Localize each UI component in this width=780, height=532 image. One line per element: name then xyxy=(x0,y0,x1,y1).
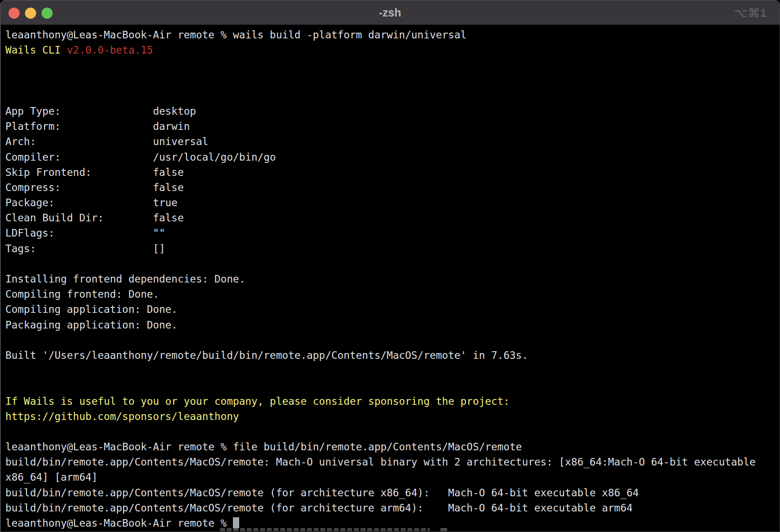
terminal-line xyxy=(5,73,775,88)
terminal-line: App Type: desktop xyxy=(5,104,775,119)
terminal-line: Built '/Users/leaanthony/remote/build/bi… xyxy=(5,348,775,363)
titlebar[interactable]: -zsh ⌥⌘1 xyxy=(0,0,780,25)
terminal-line: build/bin/remote.app/Contents/MacOS/remo… xyxy=(5,500,775,515)
terminal-line xyxy=(5,378,775,393)
terminal-line: If Wails is useful to you or your compan… xyxy=(5,394,775,409)
terminal-line: Compiling application: Done. xyxy=(5,302,775,317)
terminal-text: Compiling application: Done. xyxy=(5,303,178,315)
terminal-line: Packaging application: Done. xyxy=(5,317,775,332)
terminal-text: Platform: darwin xyxy=(5,121,190,132)
terminal-text: Installing frontend dependencies: Done. xyxy=(5,273,245,285)
terminal-line: build/bin/remote.app/Contents/MacOS/remo… xyxy=(5,485,775,500)
terminal-window: -zsh ⌥⌘1 leaanthony@Leas-MacBook-Air rem… xyxy=(0,0,780,532)
terminal-line: build/bin/remote.app/Contents/MacOS/remo… xyxy=(5,454,775,470)
terminal-line: Package: true xyxy=(5,195,775,210)
terminal-line xyxy=(5,58,775,73)
terminal-line: leaanthony@Leas-MacBook-Air remote % fil… xyxy=(5,439,775,454)
terminal-line: Clean Build Dir: false xyxy=(5,210,775,225)
terminal-line: Wails CLI v2.0.0-beta.15 xyxy=(5,42,775,58)
terminal-text: Tags: [] xyxy=(5,243,165,254)
terminal-line: Compiler: /usr/local/go/bin/go xyxy=(5,150,775,165)
terminal-line: Skip Frontend: false xyxy=(5,165,775,180)
terminal-line: leaanthony@Leas-MacBook-Air remote % wai… xyxy=(5,27,775,42)
terminal-line: Installing frontend dependencies: Done. xyxy=(5,271,775,287)
terminal-text: https://github.com/sponsors/leaanthony xyxy=(5,411,239,422)
terminal-line: Compiling frontend: Done. xyxy=(5,287,775,302)
terminal-text: LDFlags: "" xyxy=(5,227,165,239)
terminal-text: build/bin/remote.app/Contents/MacOS/remo… xyxy=(5,487,639,499)
terminal-text: build/bin/remote.app/Contents/MacOS/remo… xyxy=(5,502,633,514)
window-title: -zsh xyxy=(0,0,780,25)
terminal-text: If Wails is useful to you or your compan… xyxy=(5,395,510,407)
terminal-text: Compress: false xyxy=(5,182,184,193)
terminal-text: x86_64] [arm64] xyxy=(5,471,98,483)
terminal-line: x86_64] [arm64] xyxy=(5,470,775,485)
terminal-text: Arch: universal xyxy=(5,136,208,147)
terminal-text: leaanthony@Leas-MacBook-Air remote % fil… xyxy=(5,441,522,453)
terminal-line: Platform: darwin xyxy=(5,119,775,134)
terminal-output: leaanthony@Leas-MacBook-Air remote % wai… xyxy=(0,25,780,531)
terminal-text: Clean Build Dir: false xyxy=(5,212,184,224)
terminal-line: https://github.com/sponsors/leaanthony xyxy=(5,409,775,424)
terminal-line: Compress: false xyxy=(5,180,775,195)
terminal-text: Packaging application: Done. xyxy=(5,319,178,331)
terminal-screen[interactable]: leaanthony@Leas-MacBook-Air remote % wai… xyxy=(0,25,780,532)
terminal-text: Package: true xyxy=(5,197,178,208)
terminal-text: App Type: desktop xyxy=(5,105,196,117)
terminal-line: Arch: universal xyxy=(5,134,775,149)
terminal-line: Tags: [] xyxy=(5,241,775,256)
terminal-line: LDFlags: "" xyxy=(5,225,775,241)
terminal-text: v2.0.0-beta.15 xyxy=(67,44,153,56)
terminal-text: Compiler: /usr/local/go/bin/go xyxy=(5,151,276,163)
terminal-text: build/bin/remote.app/Contents/MacOS/remo… xyxy=(5,456,755,468)
terminal-text: Skip Frontend: false xyxy=(5,166,184,178)
keyboard-shortcut-badge: ⌥⌘1 xyxy=(734,0,767,25)
terminal-line xyxy=(5,256,775,271)
terminal-line xyxy=(5,88,775,104)
terminal-line xyxy=(5,424,775,439)
terminal-text: leaanthony@Leas-MacBook-Air remote % wai… xyxy=(5,29,467,41)
terminal-text: Built '/Users/leaanthony/remote/build/bi… xyxy=(5,349,528,361)
terminal-line xyxy=(5,332,775,348)
terminal-text: Wails CLI xyxy=(5,44,67,56)
terminal-text: leaanthony@Leas-MacBook-Air remote % xyxy=(5,517,233,529)
terminal-line xyxy=(5,363,775,378)
terminal-text: Compiling frontend: Done. xyxy=(5,288,159,300)
